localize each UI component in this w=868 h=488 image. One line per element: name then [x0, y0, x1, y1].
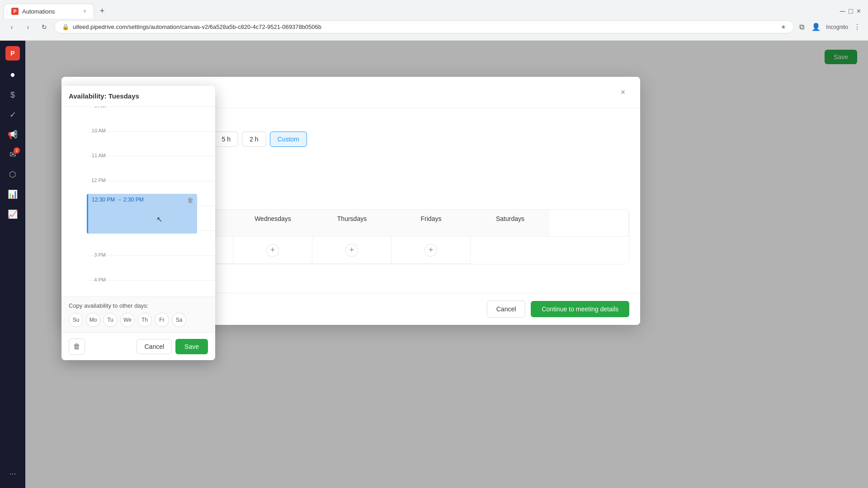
grid-header-saturdays: Saturdays	[471, 210, 550, 237]
grid-cell-thursdays: +	[233, 237, 312, 264]
duration-custom[interactable]: Custom	[270, 131, 307, 147]
reload-button[interactable]: ↻	[38, 21, 51, 33]
time-row-4pm: 4 PM	[87, 281, 215, 296]
url-display: uifeed.pipedrive.com/settings/automation…	[73, 23, 321, 30]
day-chip-mo[interactable]: Mo	[86, 313, 100, 327]
svg-point-0	[11, 73, 14, 77]
time-label-4pm: 4 PM	[87, 277, 109, 282]
grid-header-thursdays: Thursdays	[312, 210, 392, 237]
day-chip-fr[interactable]: Fr	[155, 313, 169, 327]
profile-button[interactable]: 👤	[810, 21, 822, 33]
copy-label: Copy availability to other days:	[69, 302, 208, 309]
incognito-label: Incognito	[826, 24, 848, 30]
day-chip-th[interactable]: Th	[137, 313, 152, 327]
sidebar-item-deals[interactable]: $	[4, 86, 22, 104]
avail-cancel-button[interactable]: Cancel	[137, 339, 172, 354]
grid-header-wednesdays: Wednesdays	[233, 210, 312, 237]
add-friday-button[interactable]: +	[345, 244, 358, 257]
avail-scroll-area[interactable]: 9 AM 10 AM 11 AM 12 PM 1 PM	[61, 107, 215, 296]
duration-5h[interactable]: 5 h	[214, 131, 238, 147]
back-button[interactable]: ‹	[5, 21, 18, 33]
menu-button[interactable]: ⋮	[852, 21, 863, 33]
browser-actions: ⧉ 👤 Incognito ⋮	[797, 21, 863, 33]
event-delete-button[interactable]: 🗑	[187, 197, 193, 204]
sidebar-item-projects[interactable]: ⬡	[4, 165, 22, 183]
sidebar-item-analytics[interactable]: 📈	[4, 205, 22, 223]
maximize-button[interactable]: □	[849, 7, 853, 15]
day-chip-sa[interactable]: Sa	[172, 313, 186, 327]
main-dialog-close-button[interactable]: ×	[617, 86, 629, 99]
time-label-3pm: 3 PM	[87, 252, 109, 258]
extensions-button[interactable]: ⧉	[797, 21, 806, 33]
avail-dialog-header: Availability: Tuesdays	[61, 86, 215, 107]
minimize-button[interactable]: ─	[840, 7, 845, 15]
left-sidebar: P $ ✓ 📢 ✉ 2 ⬡ 📊 📈 ···	[0, 41, 25, 488]
inbox-badge: 2	[14, 147, 20, 154]
address-bar[interactable]: 🔒 uifeed.pipedrive.com/settings/automati…	[54, 20, 794, 33]
sidebar-item-inbox[interactable]: ✉ 2	[4, 145, 22, 164]
continue-button[interactable]: Continue to meeting details	[531, 301, 629, 317]
copy-section: Copy availability to other days: Su Mo T…	[61, 296, 215, 333]
delete-availability-button[interactable]: 🗑	[69, 338, 85, 355]
duration-2h[interactable]: 2 h	[242, 131, 266, 147]
modal-overlay: Define availability (1/2) × 1. 15 min 30…	[25, 41, 868, 488]
active-tab[interactable]: P Automations ×	[4, 4, 94, 19]
avail-save-button[interactable]: Save	[175, 339, 208, 354]
tab-title: Automations	[22, 8, 55, 15]
main-content: Save Define availability (1/2) × 1.	[25, 41, 868, 488]
address-bar-row: ‹ › ↻ 🔒 uifeed.pipedrive.com/settings/au…	[0, 19, 868, 35]
grid-cell-saturdays: +	[392, 237, 471, 264]
tab-close-button[interactable]: ×	[83, 8, 86, 14]
time-label-12pm: 12 PM	[87, 178, 109, 183]
day-chip-we[interactable]: We	[120, 313, 135, 327]
sidebar-bottom: ···	[4, 465, 22, 483]
avail-footer: 🗑 Cancel Save	[61, 333, 215, 360]
grid-header-fridays: Fridays	[392, 210, 471, 237]
forward-button[interactable]: ›	[22, 21, 34, 33]
close-window-button[interactable]: ×	[857, 7, 861, 15]
day-chip-su[interactable]: Su	[69, 313, 83, 327]
sidebar-item-more[interactable]: ···	[4, 465, 22, 483]
app-container: P $ ✓ 📢 ✉ 2 ⬡ 📊 📈 ··· Save Define availa…	[0, 41, 868, 488]
event-block[interactable]: 12:30 PM → 2:30 PM 🗑	[87, 194, 197, 234]
event-time-label: 12:30 PM → 2:30 PM	[92, 197, 144, 203]
sidebar-item-campaigns[interactable]: 📢	[4, 126, 22, 144]
tab-bar: P Automations × + ─ □ ×	[0, 0, 868, 19]
time-label-9am: 9 AM	[87, 107, 109, 108]
browser-chrome: P Automations × + ─ □ × ‹ › ↻ 🔒 uifeed.p…	[0, 0, 868, 41]
avail-dialog: Availability: Tuesdays 9 AM 10 AM 11 AM	[61, 86, 215, 360]
new-tab-button[interactable]: +	[96, 5, 108, 18]
main-cancel-button[interactable]: Cancel	[487, 300, 526, 318]
time-label-10am: 10 AM	[87, 128, 109, 133]
add-saturday-button[interactable]: +	[425, 244, 437, 257]
day-chip-tu[interactable]: Tu	[103, 313, 118, 327]
sidebar-item-activities[interactable]: ✓	[4, 106, 22, 124]
tab-favicon: P	[11, 8, 19, 15]
cursor-pointer: ↖	[156, 215, 164, 224]
grid-cell-label	[550, 210, 629, 237]
grid-cell-fridays: +	[312, 237, 392, 264]
time-label-11am: 11 AM	[87, 153, 109, 158]
sidebar-item-reports[interactable]: 📊	[4, 185, 22, 203]
day-chips: Su Mo Tu We Th Fr Sa	[69, 313, 208, 327]
sidebar-item-home[interactable]	[4, 66, 22, 84]
app-logo: P	[5, 46, 20, 61]
add-thursday-button[interactable]: +	[266, 244, 279, 257]
